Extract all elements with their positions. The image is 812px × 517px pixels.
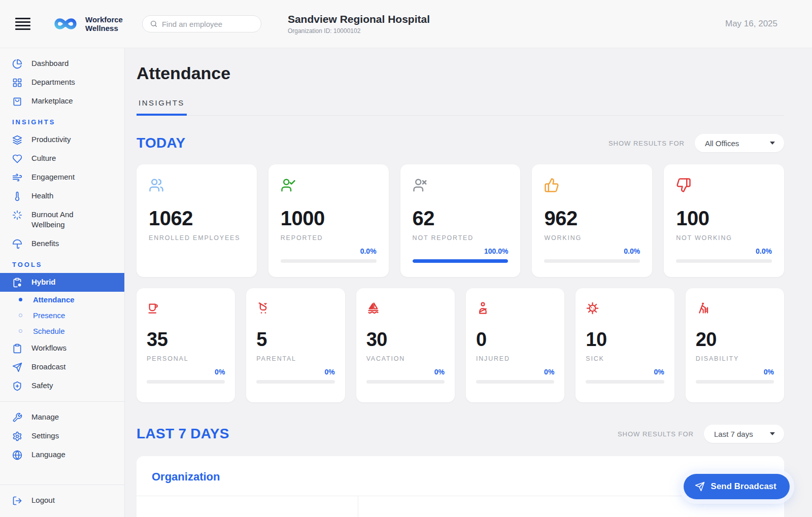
stat-value: 1000	[281, 207, 377, 230]
last7-section-header: LAST 7 DAYS SHOW RESULTS FOR Last 7 days	[137, 425, 784, 443]
today-heading: TODAY	[137, 135, 185, 151]
stroller-icon	[256, 301, 334, 317]
send-broadcast-button[interactable]: Send Broadcast	[684, 474, 790, 499]
stat-label: PARENTAL	[256, 355, 334, 362]
sidebar-divider	[0, 485, 124, 485]
current-date: May 16, 2025	[725, 19, 777, 29]
coffee-icon	[147, 301, 225, 317]
progress-bar	[281, 259, 377, 263]
stat-card-enrolled: 1062 ENROLLED EMPLOYEES	[137, 164, 257, 277]
period-filter-dropdown[interactable]: Last 7 days	[704, 425, 784, 443]
wind-icon	[12, 172, 22, 183]
stat-card-not-working: 100 NOT WORKING 0.0%	[664, 164, 784, 277]
sidebar-item-health[interactable]: Health	[0, 187, 124, 205]
sidebar-section-insights: INSIGHTS	[0, 111, 124, 130]
sidebar-item-hybrid[interactable]: Hybrid	[0, 273, 124, 292]
stat-card-sick: 10 SICK 0%	[576, 288, 674, 402]
organization-table-body	[358, 496, 784, 517]
progress-bar	[256, 380, 334, 384]
stat-percent: 100.0%	[413, 247, 509, 255]
injured-person-icon	[476, 301, 554, 317]
sidebar-item-dashboard[interactable]: Dashboard	[0, 54, 124, 73]
stat-card-working: 962 WORKING 0.0%	[532, 164, 652, 277]
stat-percent: 0%	[256, 368, 334, 376]
sailboat-icon	[366, 301, 445, 317]
show-results-label: SHOW RESULTS FOR	[618, 430, 694, 438]
stat-card-disability: 20 DISABILITY 0%	[686, 288, 784, 402]
stat-card-not-reported: 62 NOT REPORTED 100.0%	[400, 164, 521, 277]
stat-value: 10	[586, 329, 664, 351]
chevron-down-icon	[770, 142, 775, 145]
stat-value: 962	[544, 207, 640, 230]
organization-table	[137, 496, 784, 517]
layers-icon	[12, 134, 22, 145]
progress-bar	[413, 259, 509, 263]
active-bullet-icon	[19, 298, 22, 301]
show-results-label: SHOW RESULTS FOR	[608, 140, 685, 147]
stat-label: ENROLLED EMPLOYEES	[149, 234, 245, 242]
sidebar-subitem-schedule[interactable]: Schedule	[0, 323, 124, 339]
stat-percent: 0%	[586, 368, 664, 376]
stat-card-reported: 1000 REPORTED 0.0%	[268, 164, 389, 277]
sidebar-subitem-presence[interactable]: Presence	[0, 307, 124, 323]
sidebar-item-manage[interactable]: Manage	[0, 408, 124, 427]
organization-block: Sandview Regional Hospital Organization …	[288, 13, 430, 35]
sidebar-item-departments[interactable]: Departments	[0, 73, 124, 92]
stat-card-parental: 5 PARENTAL 0%	[246, 288, 345, 402]
bullet-icon	[19, 329, 22, 333]
sidebar-item-engagement[interactable]: Engagement	[0, 168, 124, 187]
sidebar-item-marketplace[interactable]: Marketplace	[0, 92, 124, 111]
tab-insights[interactable]: INSIGHTS	[137, 98, 187, 116]
stat-label: REPORTED	[281, 234, 377, 242]
sidebar-item-language[interactable]: Language	[0, 445, 124, 464]
search-input[interactable]	[162, 20, 248, 28]
stat-card-personal: 35 PERSONAL 0%	[137, 288, 235, 402]
progress-bar	[544, 259, 640, 263]
stat-label: WORKING	[544, 234, 640, 242]
sidebar-divider	[0, 401, 124, 402]
sidebar-item-burnout[interactable]: Burnout And Wellbeing	[0, 205, 124, 234]
stat-label: PERSONAL	[147, 355, 225, 362]
progress-bar	[586, 380, 664, 384]
sidebar-item-safety[interactable]: Safety	[0, 376, 124, 395]
office-filter-dropdown[interactable]: All Offices	[695, 134, 784, 152]
sidebar-item-workflows[interactable]: Workflows	[0, 339, 124, 358]
stat-percent: 0%	[476, 368, 554, 376]
employee-search[interactable]	[142, 15, 261, 32]
globe-icon	[12, 450, 22, 460]
sidebar-item-culture[interactable]: Culture	[0, 149, 124, 168]
loader-icon	[12, 210, 22, 220]
wrench-icon	[12, 412, 22, 423]
tab-bar: INSIGHTS	[137, 98, 784, 116]
sidebar-item-productivity[interactable]: Productivity	[0, 130, 124, 149]
sidebar-item-benefits[interactable]: Benefits	[0, 234, 124, 253]
app-logo[interactable]: Workforce Wellness	[51, 14, 123, 34]
sidebar: Dashboard Departments Marketplace INSIGH…	[0, 48, 125, 517]
gear-icon	[12, 431, 22, 441]
user-x-icon	[413, 178, 509, 193]
hamburger-menu-icon[interactable]	[15, 16, 30, 32]
shopping-bag-icon	[12, 96, 22, 107]
chevron-down-icon	[770, 432, 775, 435]
sidebar-item-logout[interactable]: Logout	[0, 491, 124, 510]
stat-value: 30	[366, 329, 445, 351]
progress-bar	[676, 259, 772, 263]
thumbs-up-icon	[544, 178, 640, 193]
today-cards-row-2: 35 PERSONAL 0% 5 PARENTAL 0% 30 VACATION…	[137, 288, 784, 402]
stat-value: 100	[676, 207, 772, 230]
stat-percent: 0.0%	[544, 247, 640, 255]
thumbs-down-icon	[676, 178, 772, 193]
progress-bar	[147, 380, 225, 384]
stat-value: 62	[413, 207, 509, 230]
sidebar-item-settings[interactable]: Settings	[0, 427, 124, 445]
stat-value: 20	[696, 329, 774, 351]
clipboard-icon	[12, 343, 22, 354]
stat-percent: 0%	[366, 368, 445, 376]
sidebar-subitem-attendance[interactable]: Attendance	[0, 292, 124, 307]
today-section-header: TODAY SHOW RESULTS FOR All Offices	[137, 134, 784, 152]
organization-table-first-column	[137, 496, 358, 517]
stat-percent: 0%	[147, 368, 225, 376]
user-check-icon	[281, 178, 377, 193]
sidebar-item-broadcast[interactable]: Broadcast	[0, 358, 124, 376]
stat-card-injured: 0 INJURED 0%	[466, 288, 564, 402]
